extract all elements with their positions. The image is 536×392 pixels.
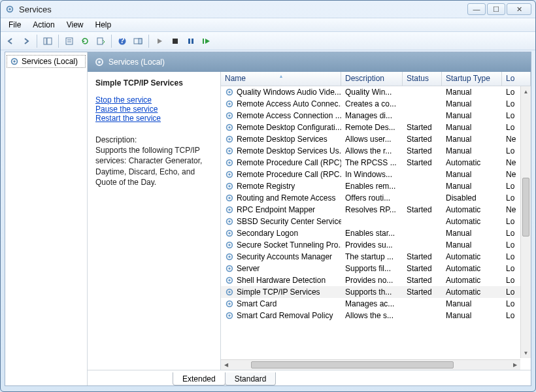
service-status: Started (403, 252, 442, 261)
service-row[interactable]: RPC Endpoint MapperResolves RP...Started… (221, 204, 531, 216)
svg-point-37 (228, 185, 231, 188)
service-startup: Manual (442, 111, 502, 120)
gear-icon (225, 311, 234, 320)
svg-rect-4 (66, 38, 73, 44)
service-startup: Automatic (442, 217, 502, 226)
service-name: SBSD Security Center Service (237, 217, 341, 226)
service-row[interactable]: Remote Access Connection ...Manages di..… (221, 110, 531, 122)
svg-rect-13 (188, 39, 190, 44)
col-name[interactable]: Name (221, 72, 341, 86)
service-row[interactable]: Remote Access Auto Connec...Creates a co… (221, 98, 531, 110)
tree-label: Services (Local) (22, 57, 78, 66)
minimize-button[interactable]: — (467, 3, 486, 15)
svg-point-39 (228, 197, 231, 199)
svg-point-41 (228, 208, 231, 211)
forward-button[interactable] (19, 34, 33, 48)
service-row[interactable]: Smart Card Removal PolicyAllows the s...… (221, 310, 531, 321)
refresh-button[interactable] (78, 34, 92, 48)
titlebar[interactable]: Services — ☐ ✕ (1, 1, 535, 18)
vertical-scrollbar[interactable]: ▲ ▼ (520, 86, 531, 358)
pause-link[interactable]: Pause (95, 105, 118, 114)
svg-point-27 (228, 126, 231, 129)
tree-services-local[interactable]: Services (Local) (7, 55, 86, 68)
services-list: Name Description Status Startup Type Lo … (221, 72, 531, 370)
service-row[interactable]: ServerSupports fil...StartedAutomaticLo (221, 263, 531, 274)
svg-rect-11 (139, 39, 142, 44)
service-row[interactable]: Smart CardManages ac...ManualLo (221, 298, 531, 310)
pause-service-button[interactable] (184, 34, 198, 48)
stop-service-button[interactable] (168, 34, 182, 48)
scroll-thumb[interactable] (522, 178, 529, 237)
start-service-button[interactable] (152, 34, 167, 48)
scroll-up-icon[interactable]: ▲ (521, 86, 531, 97)
col-logon[interactable]: Lo (502, 72, 531, 86)
help-button[interactable]: ? (115, 34, 129, 48)
menu-file[interactable]: File (3, 19, 26, 31)
service-desc: Allows the s... (341, 311, 403, 320)
svg-point-33 (228, 161, 231, 164)
menu-help[interactable]: Help (90, 19, 117, 31)
service-status: Started (403, 264, 442, 273)
col-startup[interactable]: Startup Type (442, 72, 502, 86)
service-row[interactable]: Remote Procedure Call (RPC...In Windows.… (221, 169, 531, 180)
service-row[interactable]: Remote RegistryEnables rem...ManualLo (221, 180, 531, 192)
service-desc: Supports fil... (341, 264, 403, 273)
scroll-left-icon[interactable]: ◀ (221, 362, 231, 368)
horizontal-scrollbar[interactable]: ◀ ▶ (221, 359, 520, 370)
service-name: Remote Registry (237, 182, 295, 191)
svg-point-51 (228, 267, 231, 270)
service-name: Remote Desktop Services (237, 135, 327, 144)
service-row[interactable]: Remote Desktop Configurati...Remote Des.… (221, 122, 531, 133)
show-hide-tree-button[interactable] (41, 34, 55, 48)
scroll-right-icon[interactable]: ▶ (510, 362, 520, 368)
service-name: Remote Procedure Call (RPC... (237, 170, 341, 179)
service-row[interactable]: Shell Hardware DetectionProvides no...St… (221, 274, 531, 286)
tab-standard[interactable]: Standard (225, 372, 276, 385)
svg-point-21 (228, 91, 231, 93)
list-header: Name Description Status Startup Type Lo (221, 72, 531, 86)
col-status[interactable]: Status (403, 72, 442, 86)
gear-icon (225, 193, 234, 203)
maximize-button[interactable]: ☐ (487, 3, 505, 15)
service-startup: Manual (442, 146, 502, 155)
restart-link[interactable]: Restart (95, 114, 121, 123)
back-button[interactable] (3, 34, 18, 48)
export-list-button[interactable] (93, 34, 108, 48)
service-row[interactable]: Quality Windows Audio Vide...Quality Win… (221, 86, 531, 98)
restart-service-button[interactable] (199, 34, 214, 48)
service-row[interactable]: Security Accounts ManagerThe startup ...… (221, 251, 531, 263)
service-row[interactable]: Simple TCP/IP ServicesSupports th...Star… (221, 286, 531, 298)
menu-action[interactable]: Action (27, 19, 59, 31)
service-row[interactable]: Remote Desktop ServicesAllows user...Sta… (221, 133, 531, 145)
service-row[interactable]: Routing and Remote AccessOffers routi...… (221, 192, 531, 204)
service-row[interactable]: SBSD Security Center ServiceAutomaticLo (221, 216, 531, 227)
scroll-down-icon[interactable]: ▼ (521, 348, 531, 358)
service-name: Secure Socket Tunneling Pro... (237, 240, 341, 250)
service-row[interactable]: Remote Desktop Services Us...Allows the … (221, 145, 531, 157)
list-body[interactable]: Quality Windows Audio Vide...Quality Win… (221, 86, 531, 370)
window-controls: — ☐ ✕ (467, 3, 531, 15)
service-startup: Manual (442, 299, 502, 308)
svg-point-49 (228, 255, 231, 258)
col-description[interactable]: Description (341, 72, 403, 86)
properties-button[interactable] (62, 34, 76, 48)
tab-extended[interactable]: Extended (173, 372, 226, 385)
service-startup: Automatic (442, 205, 502, 214)
service-row[interactable]: Secure Socket Tunneling Pro...Provides s… (221, 239, 531, 251)
service-row[interactable]: Secondary LogonEnables star...ManualLo (221, 227, 531, 239)
service-status: Started (403, 158, 442, 167)
pane-title: Services (Local) (109, 57, 165, 67)
close-button[interactable]: ✕ (507, 3, 531, 15)
svg-point-47 (228, 244, 231, 246)
action-pane-button[interactable] (131, 34, 145, 48)
console-tree[interactable]: Services (Local) (5, 52, 88, 385)
window-title: Services (19, 5, 467, 14)
menu-view[interactable]: View (61, 19, 89, 31)
service-row[interactable]: Remote Procedure Call (RPC)The RPCSS ...… (221, 157, 531, 169)
service-desc: Allows the r... (341, 146, 403, 155)
hscroll-thumb[interactable] (251, 361, 454, 368)
service-name: Remote Access Connection ... (237, 111, 341, 120)
service-startup: Automatic (442, 158, 502, 167)
gear-icon (225, 205, 234, 214)
stop-link[interactable]: Stop (95, 95, 112, 105)
